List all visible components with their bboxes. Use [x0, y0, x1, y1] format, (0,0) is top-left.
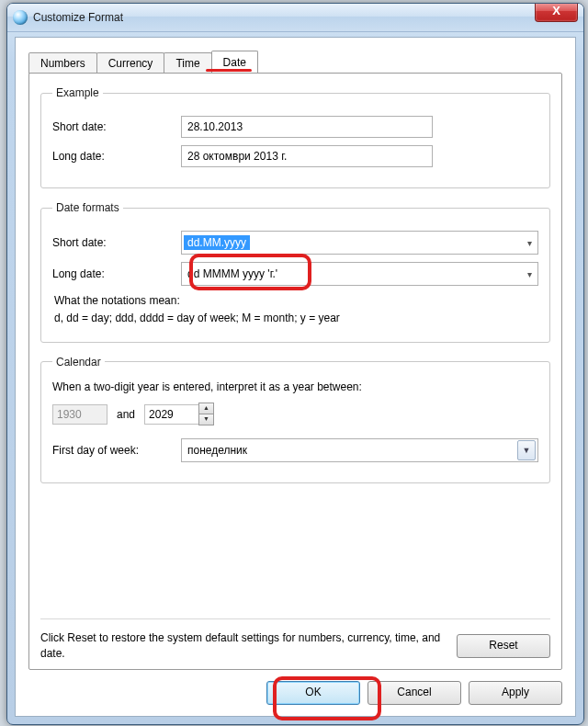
calendar-legend: Calendar	[52, 356, 105, 369]
year-to-input[interactable]	[144, 404, 199, 425]
window-title: Customize Format	[33, 11, 123, 24]
long-date-format-label: Long date:	[52, 267, 181, 280]
year-to-spinner[interactable]: ▲ ▼	[144, 403, 214, 425]
tab-strip: Numbers Currency Time Date	[28, 51, 562, 73]
client-area: Numbers Currency Time Date Example Short…	[15, 37, 576, 717]
long-date-example-value: 28 октомври 2013 г.	[181, 145, 433, 167]
short-date-format-label: Short date:	[52, 236, 181, 249]
short-date-example-label: Short date:	[52, 120, 181, 133]
chevron-down-icon: ▾	[521, 269, 537, 279]
close-button[interactable]: X	[535, 3, 578, 22]
spin-down-icon[interactable]: ▼	[198, 414, 214, 425]
calendar-group: Calendar When a two-digit year is entere…	[40, 356, 550, 483]
first-day-combo[interactable]: понеделник ▼	[181, 438, 538, 462]
short-date-format-combo[interactable]: dd.MM.yyyy ▾	[181, 231, 538, 255]
cancel-button[interactable]: Cancel	[368, 681, 461, 705]
chevron-down-icon: ▼	[517, 440, 536, 460]
and-label: and	[107, 408, 144, 421]
reset-row: Click Reset to restore the system defaul…	[40, 618, 550, 662]
long-date-format-combo[interactable]: dd MMMM yyyy 'г.' ▾	[181, 262, 538, 286]
globe-icon	[13, 10, 28, 25]
short-date-example-value: 28.10.2013	[181, 116, 433, 138]
titlebar[interactable]: Customize Format X	[7, 4, 583, 32]
notation-header: What the notations mean:	[54, 293, 537, 309]
short-date-format-value: dd.MM.yyyy	[184, 235, 250, 250]
reset-message: Click Reset to restore the system defaul…	[40, 630, 457, 662]
date-tab-panel: Example Short date: 28.10.2013 Long date…	[28, 73, 562, 670]
year-from-input	[52, 404, 107, 425]
year-from-field	[52, 404, 107, 425]
first-day-label: First day of week:	[52, 444, 181, 457]
apply-button[interactable]: Apply	[469, 681, 562, 705]
two-digit-year-label: When a two-digit year is entered, interp…	[52, 380, 538, 395]
dialog-buttons: OK Cancel Apply	[266, 681, 562, 705]
tab-date[interactable]: Date	[211, 51, 258, 73]
spin-up-icon[interactable]: ▲	[198, 403, 214, 414]
example-group: Example Short date: 28.10.2013 Long date…	[40, 86, 550, 188]
tab-numbers[interactable]: Numbers	[28, 52, 97, 74]
first-day-value: понеделник	[182, 444, 517, 457]
long-date-format-value: dd MMMM yyyy 'г.'	[182, 267, 521, 280]
reset-button[interactable]: Reset	[457, 634, 550, 658]
tab-time[interactable]: Time	[164, 52, 211, 74]
chevron-down-icon: ▾	[521, 238, 537, 248]
date-formats-legend: Date formats	[52, 201, 123, 214]
long-date-example-label: Long date:	[52, 150, 181, 163]
customize-format-window: Customize Format X Numbers Currency Time…	[6, 3, 584, 725]
example-legend: Example	[52, 86, 103, 99]
notation-body: d, dd = day; ddd, dddd = day of week; M …	[54, 311, 537, 326]
ok-button[interactable]: OK	[266, 681, 360, 705]
tab-currency[interactable]: Currency	[96, 52, 165, 74]
date-formats-group: Date formats Short date: dd.MM.yyyy ▾ Lo…	[40, 201, 550, 343]
